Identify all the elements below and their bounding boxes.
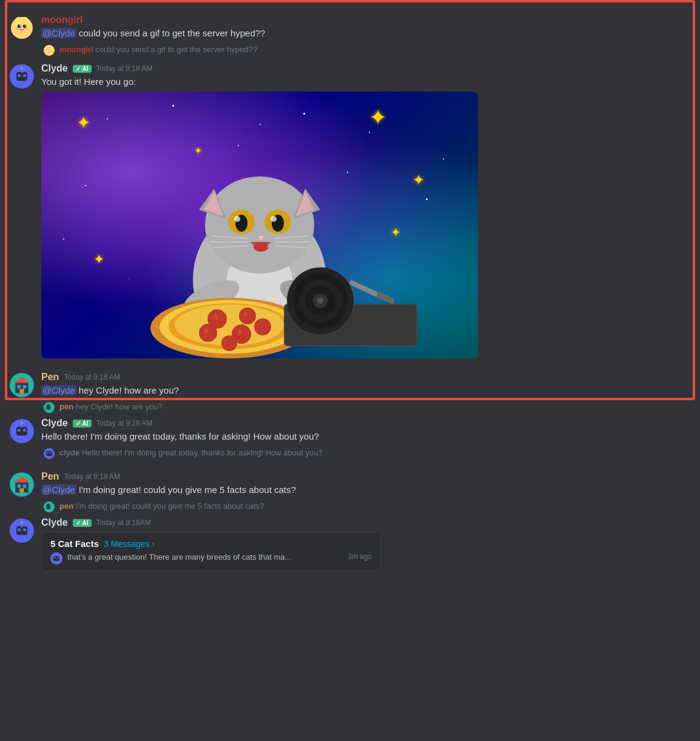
ai-badge-1: AI	[73, 65, 92, 73]
message-content-clyde-2: Clyde AI Today at 9:18 AM Hello there! I…	[41, 418, 690, 443]
message-after-mention-1: could you send a gif to get the server h…	[79, 28, 266, 38]
message-group-pen-2: Pen Today at 9:18 AM @Clyde I'm doing gr…	[0, 461, 700, 499]
echo-moongirl-icon	[44, 45, 55, 56]
pen-message-text-2: @Clyde I'm doing great! could you give m…	[41, 483, 690, 496]
mention-clyde-2[interactable]: @Clyde	[41, 385, 76, 395]
svg-rect-81	[46, 451, 52, 456]
message-content-clyde-3: Clyde AI Today at 9:18AM 5 Cat Facts 3 M…	[41, 517, 690, 571]
echo-text-3: clyde Hello there! I'm doing great today…	[59, 448, 323, 457]
pen-avatar-graphic-2	[11, 474, 33, 495]
ai-badge-2: AI	[73, 420, 92, 428]
message-header-pen-2: Pen Today at 9:18 AM	[41, 471, 690, 482]
message-header-clyde-1: Clyde AI Today at 9:18 AM	[41, 63, 690, 74]
timestamp-pen-1: Today at 9:18 AM	[64, 373, 120, 381]
svg-point-21	[205, 176, 314, 273]
svg-rect-76	[18, 429, 21, 432]
svg-rect-16	[23, 74, 26, 77]
chat-container: moongirl @Clyde could you send a gif to …	[0, 0, 700, 580]
username-clyde-3: Clyde	[41, 517, 68, 528]
clyde-avatar-graphic-3	[11, 520, 33, 542]
svg-rect-83	[50, 452, 52, 454]
cat-dj-svg	[41, 92, 478, 358]
svg-rect-65	[376, 291, 395, 304]
timestamp-clyde-1: Today at 9:18 AM	[96, 64, 153, 73]
ai-badge-3: AI	[73, 519, 92, 527]
svg-point-7	[19, 25, 21, 27]
echo-message-2: pen hey Clyde! how are you?	[0, 401, 700, 414]
svg-point-12	[46, 47, 52, 53]
cat-dj-scene: ✦ ✦ ✦ ✦ ✦ ✦	[41, 92, 478, 358]
avatar-clyde-3	[10, 518, 34, 543]
thread-arrow-icon: ›	[152, 539, 155, 549]
svg-rect-88	[23, 485, 26, 488]
mention-clyde-1[interactable]: @Clyde	[41, 28, 76, 38]
echo-clyde-icon	[44, 448, 55, 459]
thread-preview-card[interactable]: 5 Cat Facts 3 Messages ›	[41, 532, 381, 571]
pen-avatar-graphic	[11, 374, 33, 396]
avatar-moongirl	[10, 16, 34, 40]
echo-username-3: clyde	[59, 448, 79, 457]
echo-message-content-3: Hello there! I'm doing great today, than…	[82, 448, 323, 457]
cat-dj-gif[interactable]: ✦ ✦ ✦ ✦ ✦ ✦	[41, 92, 478, 358]
pen-after-mention-2: I'm doing great! could you give me 5 fac…	[79, 485, 296, 495]
thread-messages-link[interactable]: 3 Messages ›	[104, 539, 155, 549]
echo-avatar-moongirl	[44, 45, 55, 56]
echo-message-content-2: hey Clyde! how are you?	[76, 402, 163, 411]
thread-preview-avatar	[50, 552, 62, 565]
clyde-avatar-graphic-2	[11, 420, 33, 442]
avatar-pen-2	[10, 472, 34, 497]
moongirl-avatar-graphic	[11, 17, 33, 39]
thread-title: 5 Cat Facts	[50, 538, 99, 549]
message-group-clyde-3: Clyde AI Today at 9:18AM 5 Cat Facts 3 M…	[0, 515, 700, 574]
echo-avatar-pen-2	[44, 501, 55, 512]
echo-username-1: moongirl	[59, 45, 93, 54]
svg-point-63	[317, 298, 323, 304]
username-pen-1: Pen	[41, 372, 59, 383]
username-clyde-2: Clyde	[41, 418, 68, 429]
svg-point-10	[25, 27, 28, 30]
svg-rect-69	[18, 385, 21, 388]
svg-rect-101	[57, 557, 59, 558]
svg-rect-71	[19, 389, 24, 393]
message-group: moongirl @Clyde could you send a gif to …	[0, 5, 700, 42]
message-header: moongirl	[41, 15, 690, 25]
svg-rect-94	[18, 528, 21, 531]
timestamp-clyde-3: Today at 9:18AM	[96, 518, 151, 527]
mention-clyde-3[interactable]: @Clyde	[41, 485, 76, 495]
echo-message-content-4: I'm doing great! could you give me 5 fac…	[76, 501, 264, 511]
svg-rect-99	[53, 556, 59, 561]
timestamp-clyde-2: Today at 9:18 AM	[96, 419, 153, 428]
svg-point-30	[234, 216, 240, 222]
echo-pen-icon-2	[44, 501, 55, 512]
thread-title-row: 5 Cat Facts 3 Messages ›	[50, 538, 372, 549]
echo-message-content-1: could you send a gif to get the server h…	[95, 45, 257, 54]
echo-text-2: pen hey Clyde! how are you?	[59, 402, 163, 411]
echo-pen-icon	[44, 402, 55, 413]
svg-rect-70	[23, 385, 26, 388]
svg-point-33	[254, 242, 268, 252]
clyde-avatar-graphic	[11, 65, 33, 87]
message-text-1: @Clyde could you send a gif to get the s…	[41, 27, 690, 39]
message-group-pen-1: Pen Today at 9:18 AM @Clyde hey Clyde! h…	[0, 362, 700, 400]
svg-point-54	[204, 329, 209, 334]
svg-point-53	[244, 312, 247, 316]
clyde-message-text-1: You got it! Here you go:	[41, 75, 690, 88]
message-content-pen-2: Pen Today at 9:18 AM @Clyde I'm doing gr…	[41, 471, 690, 497]
echo-message-3: clyde Hello there! I'm doing great today…	[0, 447, 700, 460]
echo-message-4: pen I'm doing great! could you give me 5…	[0, 500, 700, 514]
svg-point-50	[221, 335, 237, 351]
echo-avatar-clyde	[44, 448, 55, 459]
message-content-pen-1: Pen Today at 9:18 AM @Clyde hey Clyde! h…	[41, 372, 690, 397]
echo-text-4: pen I'm doing great! could you give me 5…	[59, 501, 264, 511]
svg-rect-95	[23, 528, 26, 531]
echo-username-2: pen	[59, 402, 73, 411]
message-group-clyde-1: Clyde AI Today at 9:18 AM You got it! He…	[0, 58, 700, 361]
message-header-pen-1: Pen Today at 9:18 AM	[41, 372, 690, 383]
echo-message-1: moongirl could you send a gif to get the…	[0, 44, 700, 57]
timestamp-pen-2: Today at 9:18 AM	[64, 472, 120, 481]
thread-preview-content: that's a great question! There are many …	[50, 552, 372, 565]
clyde-message-text-2: Hello there! I'm doing great today, than…	[41, 430, 690, 443]
svg-point-9	[16, 27, 19, 30]
pen-after-mention-1: hey Clyde! how are you?	[79, 385, 179, 395]
svg-point-97	[20, 521, 23, 524]
